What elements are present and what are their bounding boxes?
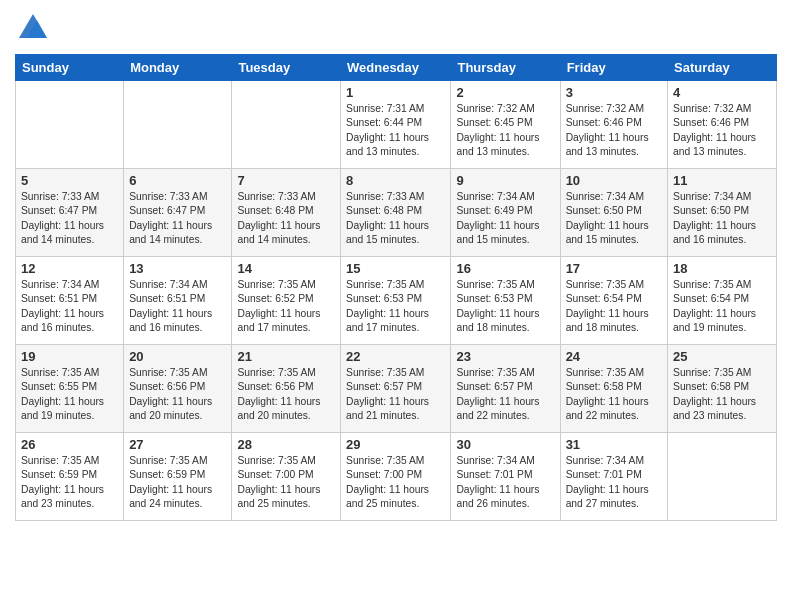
day-number: 24 — [566, 349, 662, 364]
calendar-cell — [668, 433, 777, 521]
day-info: Sunrise: 7:35 AM Sunset: 6:53 PM Dayligh… — [456, 278, 554, 336]
day-info: Sunrise: 7:35 AM Sunset: 6:57 PM Dayligh… — [346, 366, 445, 424]
weekday-header-tuesday: Tuesday — [232, 55, 341, 81]
day-info: Sunrise: 7:34 AM Sunset: 6:50 PM Dayligh… — [566, 190, 662, 248]
calendar-cell: 28Sunrise: 7:35 AM Sunset: 7:00 PM Dayli… — [232, 433, 341, 521]
calendar-cell: 3Sunrise: 7:32 AM Sunset: 6:46 PM Daylig… — [560, 81, 667, 169]
day-info: Sunrise: 7:32 AM Sunset: 6:46 PM Dayligh… — [673, 102, 771, 160]
calendar-cell: 29Sunrise: 7:35 AM Sunset: 7:00 PM Dayli… — [341, 433, 451, 521]
calendar-week-5: 26Sunrise: 7:35 AM Sunset: 6:59 PM Dayli… — [16, 433, 777, 521]
day-number: 14 — [237, 261, 335, 276]
calendar-cell: 21Sunrise: 7:35 AM Sunset: 6:56 PM Dayli… — [232, 345, 341, 433]
calendar-cell: 6Sunrise: 7:33 AM Sunset: 6:47 PM Daylig… — [124, 169, 232, 257]
calendar-cell: 22Sunrise: 7:35 AM Sunset: 6:57 PM Dayli… — [341, 345, 451, 433]
calendar-cell — [232, 81, 341, 169]
day-info: Sunrise: 7:35 AM Sunset: 6:55 PM Dayligh… — [21, 366, 118, 424]
day-info: Sunrise: 7:34 AM Sunset: 6:50 PM Dayligh… — [673, 190, 771, 248]
calendar-cell: 24Sunrise: 7:35 AM Sunset: 6:58 PM Dayli… — [560, 345, 667, 433]
day-number: 17 — [566, 261, 662, 276]
day-info: Sunrise: 7:34 AM Sunset: 7:01 PM Dayligh… — [456, 454, 554, 512]
calendar-body: 1Sunrise: 7:31 AM Sunset: 6:44 PM Daylig… — [16, 81, 777, 521]
day-number: 16 — [456, 261, 554, 276]
day-number: 19 — [21, 349, 118, 364]
day-info: Sunrise: 7:33 AM Sunset: 6:47 PM Dayligh… — [21, 190, 118, 248]
calendar-cell: 18Sunrise: 7:35 AM Sunset: 6:54 PM Dayli… — [668, 257, 777, 345]
weekday-header-thursday: Thursday — [451, 55, 560, 81]
calendar-cell: 9Sunrise: 7:34 AM Sunset: 6:49 PM Daylig… — [451, 169, 560, 257]
calendar-cell: 7Sunrise: 7:33 AM Sunset: 6:48 PM Daylig… — [232, 169, 341, 257]
day-info: Sunrise: 7:35 AM Sunset: 7:00 PM Dayligh… — [346, 454, 445, 512]
calendar-cell — [124, 81, 232, 169]
day-number: 8 — [346, 173, 445, 188]
day-info: Sunrise: 7:35 AM Sunset: 6:57 PM Dayligh… — [456, 366, 554, 424]
calendar-cell: 4Sunrise: 7:32 AM Sunset: 6:46 PM Daylig… — [668, 81, 777, 169]
calendar-week-4: 19Sunrise: 7:35 AM Sunset: 6:55 PM Dayli… — [16, 345, 777, 433]
day-number: 29 — [346, 437, 445, 452]
calendar-cell: 5Sunrise: 7:33 AM Sunset: 6:47 PM Daylig… — [16, 169, 124, 257]
calendar-cell: 26Sunrise: 7:35 AM Sunset: 6:59 PM Dayli… — [16, 433, 124, 521]
calendar-cell: 23Sunrise: 7:35 AM Sunset: 6:57 PM Dayli… — [451, 345, 560, 433]
day-number: 27 — [129, 437, 226, 452]
day-number: 23 — [456, 349, 554, 364]
page: SundayMondayTuesdayWednesdayThursdayFrid… — [0, 0, 792, 531]
day-number: 30 — [456, 437, 554, 452]
weekday-header-monday: Monday — [124, 55, 232, 81]
weekday-header-saturday: Saturday — [668, 55, 777, 81]
day-info: Sunrise: 7:35 AM Sunset: 6:53 PM Dayligh… — [346, 278, 445, 336]
day-info: Sunrise: 7:34 AM Sunset: 6:51 PM Dayligh… — [129, 278, 226, 336]
calendar-cell: 15Sunrise: 7:35 AM Sunset: 6:53 PM Dayli… — [341, 257, 451, 345]
logo — [15, 10, 55, 46]
day-info: Sunrise: 7:35 AM Sunset: 6:56 PM Dayligh… — [237, 366, 335, 424]
day-number: 12 — [21, 261, 118, 276]
day-number: 22 — [346, 349, 445, 364]
weekday-header-friday: Friday — [560, 55, 667, 81]
calendar-week-1: 1Sunrise: 7:31 AM Sunset: 6:44 PM Daylig… — [16, 81, 777, 169]
calendar-cell: 2Sunrise: 7:32 AM Sunset: 6:45 PM Daylig… — [451, 81, 560, 169]
day-number: 13 — [129, 261, 226, 276]
day-number: 2 — [456, 85, 554, 100]
header — [15, 10, 777, 46]
calendar: SundayMondayTuesdayWednesdayThursdayFrid… — [15, 54, 777, 521]
day-info: Sunrise: 7:35 AM Sunset: 6:59 PM Dayligh… — [21, 454, 118, 512]
day-number: 20 — [129, 349, 226, 364]
calendar-week-3: 12Sunrise: 7:34 AM Sunset: 6:51 PM Dayli… — [16, 257, 777, 345]
calendar-cell: 14Sunrise: 7:35 AM Sunset: 6:52 PM Dayli… — [232, 257, 341, 345]
day-number: 28 — [237, 437, 335, 452]
day-number: 15 — [346, 261, 445, 276]
calendar-week-2: 5Sunrise: 7:33 AM Sunset: 6:47 PM Daylig… — [16, 169, 777, 257]
day-number: 9 — [456, 173, 554, 188]
calendar-cell: 1Sunrise: 7:31 AM Sunset: 6:44 PM Daylig… — [341, 81, 451, 169]
day-info: Sunrise: 7:35 AM Sunset: 6:58 PM Dayligh… — [673, 366, 771, 424]
day-info: Sunrise: 7:35 AM Sunset: 6:56 PM Dayligh… — [129, 366, 226, 424]
day-info: Sunrise: 7:35 AM Sunset: 7:00 PM Dayligh… — [237, 454, 335, 512]
calendar-cell: 30Sunrise: 7:34 AM Sunset: 7:01 PM Dayli… — [451, 433, 560, 521]
calendar-cell: 20Sunrise: 7:35 AM Sunset: 6:56 PM Dayli… — [124, 345, 232, 433]
calendar-cell: 27Sunrise: 7:35 AM Sunset: 6:59 PM Dayli… — [124, 433, 232, 521]
day-info: Sunrise: 7:35 AM Sunset: 6:54 PM Dayligh… — [673, 278, 771, 336]
day-info: Sunrise: 7:33 AM Sunset: 6:48 PM Dayligh… — [237, 190, 335, 248]
day-info: Sunrise: 7:32 AM Sunset: 6:46 PM Dayligh… — [566, 102, 662, 160]
weekday-header-sunday: Sunday — [16, 55, 124, 81]
day-number: 18 — [673, 261, 771, 276]
day-number: 21 — [237, 349, 335, 364]
calendar-cell: 17Sunrise: 7:35 AM Sunset: 6:54 PM Dayli… — [560, 257, 667, 345]
day-info: Sunrise: 7:34 AM Sunset: 7:01 PM Dayligh… — [566, 454, 662, 512]
day-number: 3 — [566, 85, 662, 100]
day-number: 7 — [237, 173, 335, 188]
day-number: 11 — [673, 173, 771, 188]
day-info: Sunrise: 7:35 AM Sunset: 6:54 PM Dayligh… — [566, 278, 662, 336]
logo-icon — [15, 10, 51, 46]
calendar-cell: 19Sunrise: 7:35 AM Sunset: 6:55 PM Dayli… — [16, 345, 124, 433]
day-number: 31 — [566, 437, 662, 452]
day-number: 26 — [21, 437, 118, 452]
calendar-cell: 31Sunrise: 7:34 AM Sunset: 7:01 PM Dayli… — [560, 433, 667, 521]
day-info: Sunrise: 7:35 AM Sunset: 6:52 PM Dayligh… — [237, 278, 335, 336]
calendar-cell: 10Sunrise: 7:34 AM Sunset: 6:50 PM Dayli… — [560, 169, 667, 257]
calendar-header: SundayMondayTuesdayWednesdayThursdayFrid… — [16, 55, 777, 81]
day-info: Sunrise: 7:34 AM Sunset: 6:49 PM Dayligh… — [456, 190, 554, 248]
day-info: Sunrise: 7:33 AM Sunset: 6:48 PM Dayligh… — [346, 190, 445, 248]
calendar-cell: 16Sunrise: 7:35 AM Sunset: 6:53 PM Dayli… — [451, 257, 560, 345]
day-info: Sunrise: 7:32 AM Sunset: 6:45 PM Dayligh… — [456, 102, 554, 160]
day-info: Sunrise: 7:35 AM Sunset: 6:59 PM Dayligh… — [129, 454, 226, 512]
calendar-cell: 12Sunrise: 7:34 AM Sunset: 6:51 PM Dayli… — [16, 257, 124, 345]
